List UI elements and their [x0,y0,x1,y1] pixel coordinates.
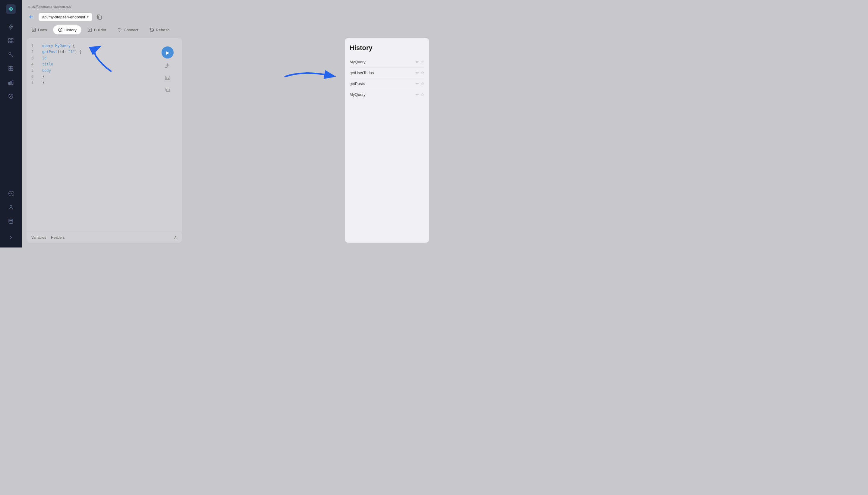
tab-connect[interactable]: Connect [112,25,143,34]
url-bar: https://username.stepzen.net/ [27,5,429,8]
footer-chevron-icon[interactable]: ∧ [174,235,177,240]
sidebar-item-book[interactable] [4,62,17,75]
tab-docs[interactable]: Docs [27,25,52,34]
edit-icon-1[interactable]: ✏ [416,70,419,75]
code-editor[interactable]: query MyQuery { getPost(id: "1") { id ti… [42,43,158,227]
sidebar-expand-btn[interactable] [4,231,17,244]
sidebar-item-chart[interactable] [4,76,17,89]
svg-rect-7 [10,81,11,85]
copy-code-button[interactable] [163,85,172,95]
svg-rect-6 [9,82,10,85]
sidebar-item-shield[interactable] [4,90,17,102]
content-area: 1 2 3 4 5 6 7 query MyQuery { getPost(id… [27,38,429,243]
copy-button[interactable] [94,12,104,22]
back-button[interactable] [27,12,36,22]
svg-rect-8 [12,80,13,85]
headers-tab[interactable]: Headers [51,236,65,240]
url-text: https://username.stepzen.net/ [28,5,71,8]
app-logo[interactable] [5,4,16,15]
line-numbers: 1 2 3 4 5 6 7 [31,43,40,227]
console-button[interactable] [163,73,172,83]
sidebar-item-key[interactable] [4,48,17,61]
history-item-1-actions: ✏ ☆ [416,70,424,75]
run-button[interactable]: ▶ [161,47,174,58]
tab-refresh[interactable]: Refresh [144,25,174,34]
sidebar-item-database[interactable] [4,215,17,227]
tab-history[interactable]: History [53,25,81,34]
sidebar-item-discord[interactable] [4,187,17,200]
history-panel-title: History [350,44,424,52]
history-item-2-actions: ✏ ☆ [416,81,424,86]
magic-button[interactable] [163,61,172,70]
history-item-0[interactable]: MyQuery ✏ ☆ [350,57,424,68]
svg-rect-16 [167,89,169,92]
editor-actions: ▶ [158,43,177,227]
svg-rect-2 [12,39,13,40]
arrow-right-annotation [279,58,340,96]
star-icon-2[interactable]: ☆ [421,81,424,86]
svg-point-5 [9,52,11,54]
editor-body: 1 2 3 4 5 6 7 query MyQuery { getPost(id… [27,38,182,232]
edit-icon-2[interactable]: ✏ [416,81,419,86]
tab-bar: Docs History Builder Connect [27,25,429,34]
svg-rect-1 [9,39,11,40]
svg-rect-4 [12,41,13,43]
edit-icon-3[interactable]: ✏ [416,92,419,97]
main-content: https://username.stepzen.net/ api/my-ste… [22,0,434,248]
variables-tab[interactable]: Variables [31,236,46,240]
history-item-1[interactable]: getUserTodos ✏ ☆ [350,68,424,79]
sidebar-item-grid[interactable] [4,34,17,47]
history-panel: History MyQuery ✏ ☆ getUserTodos ✏ ☆ get… [345,38,429,243]
svg-rect-3 [9,41,11,43]
editor-panel: 1 2 3 4 5 6 7 query MyQuery { getPost(id… [27,38,182,243]
sidebar-item-user[interactable] [4,201,17,214]
star-icon-3[interactable]: ☆ [421,92,424,97]
history-item-3-actions: ✏ ☆ [416,92,424,97]
sidebar-item-lightning[interactable] [4,20,17,33]
edit-icon-0[interactable]: ✏ [416,60,419,64]
svg-rect-11 [99,16,102,20]
endpoint-name: api/my-stepzen-endpoint [42,15,85,19]
endpoint-selector[interactable]: api/my-stepzen-endpoint ▾ [39,13,92,21]
toolbar: api/my-stepzen-endpoint ▾ [27,12,429,22]
svg-point-10 [9,219,13,221]
svg-point-9 [10,205,12,207]
chevron-down-icon: ▾ [87,15,89,19]
history-item-2[interactable]: getPosts ✏ ☆ [350,79,424,89]
star-icon-0[interactable]: ☆ [421,60,424,64]
middle-panel [186,38,341,243]
history-item-0-actions: ✏ ☆ [416,60,424,64]
editor-footer: Variables Headers ∧ [27,232,182,243]
sidebar [0,0,22,248]
svg-rect-15 [166,76,170,80]
history-item-3[interactable]: MyQuery ✏ ☆ [350,89,424,100]
tab-builder[interactable]: Builder [83,25,111,34]
star-icon-1[interactable]: ☆ [421,70,424,75]
